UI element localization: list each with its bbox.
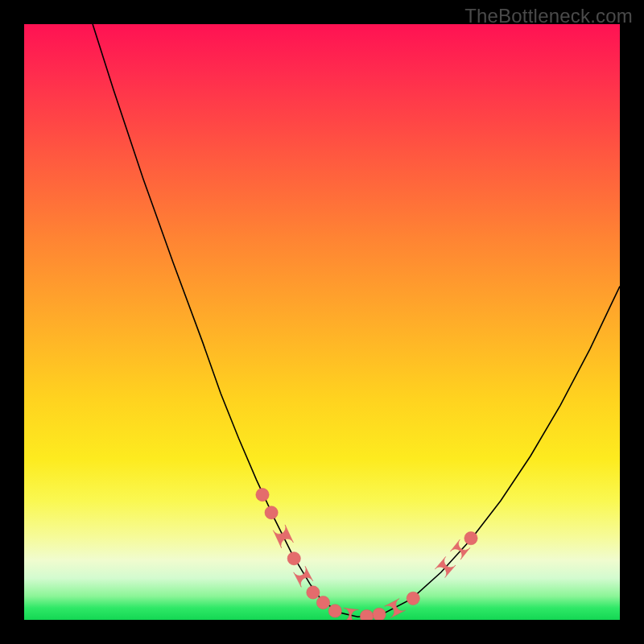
curve-marker-dot <box>256 488 269 501</box>
plot-svg <box>24 24 620 620</box>
curve-marker-dot <box>265 506 278 519</box>
curve-marker-dot <box>307 586 320 599</box>
curve-marker-pill <box>273 525 293 548</box>
marker-layer <box>256 488 477 620</box>
curve-marker-dot <box>360 609 373 620</box>
curve-marker-dot <box>464 531 477 544</box>
curve-marker-dot <box>328 605 341 617</box>
curve-marker-pill <box>385 599 406 618</box>
bottleneck-curve <box>93 24 620 617</box>
curve-marker-dot <box>407 592 419 605</box>
curve-marker-dot <box>316 596 329 609</box>
curve-marker-dot <box>287 552 300 565</box>
plot-area <box>24 24 620 620</box>
curve-marker-dot <box>373 608 386 620</box>
chart-container: TheBottleneck.com <box>0 0 644 644</box>
